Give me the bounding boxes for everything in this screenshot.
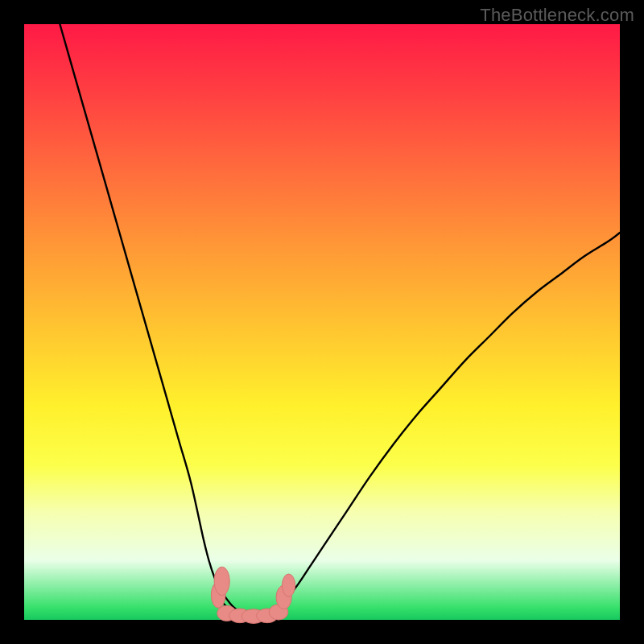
valley-marker-1 <box>214 567 229 596</box>
chart-frame: TheBottleneck.com <box>0 0 644 644</box>
series-group <box>60 24 620 616</box>
watermark-text: TheBottleneck.com <box>480 5 634 26</box>
plot-area <box>24 24 620 620</box>
curve-svg <box>24 24 620 620</box>
series-right-branch <box>262 233 620 615</box>
marker-group <box>211 567 295 623</box>
series-left-branch <box>60 24 250 615</box>
valley-marker-8 <box>282 574 295 597</box>
